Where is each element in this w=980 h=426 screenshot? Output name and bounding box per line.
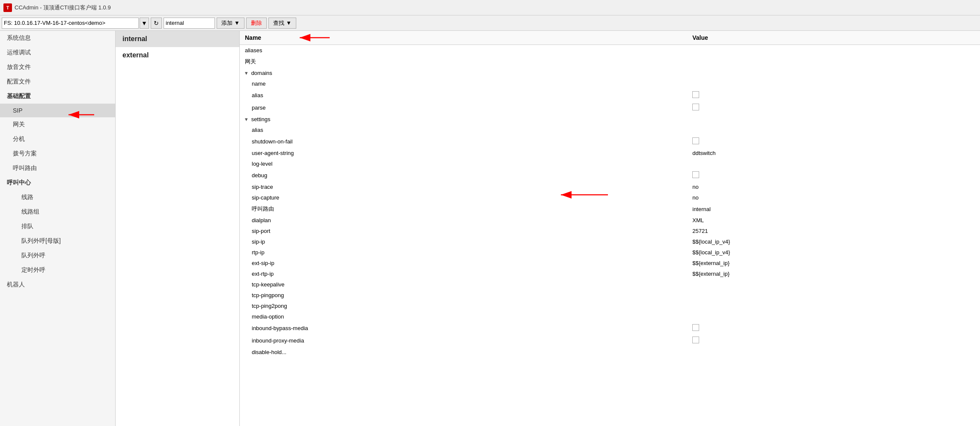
expand-arrow-6[interactable]: ▾ [245,116,250,122]
table-row[interactable]: shutdown-on-fail [240,135,980,148]
sidebar-item-8[interactable]: 拨号方案 [0,146,115,161]
sidebar-item-14[interactable]: 队列外呼[母版] [0,234,115,248]
table-row[interactable]: sip-traceno [240,182,980,192]
table-row[interactable]: tcp-ping2pong [240,301,980,311]
table-row[interactable]: media-option [240,311,980,322]
middle-item-label-1: external [122,51,149,59]
prop-name-12: sip-trace [240,182,687,192]
prop-value-26[interactable] [687,334,980,347]
table-row[interactable]: tcp-pingpong [240,290,980,301]
checkbox-4[interactable] [692,91,699,98]
sidebar-item-17[interactable]: 机器人 [0,277,115,292]
table-row[interactable]: user-agent-stringddtswitch [240,148,980,158]
sidebar-item-4[interactable]: 基础配置 [0,89,115,104]
table-row[interactable]: disable-hold... [240,347,980,357]
table-row[interactable]: aliases [240,45,980,56]
prop-name-24: media-option [240,311,687,322]
table-row[interactable]: sip-ip$${local_ip_v4} [240,236,980,247]
sidebar-item-7[interactable]: 分机 [0,132,115,146]
prop-name-text-2: domains [251,70,272,76]
table-row[interactable]: ext-rtp-ip$${external_ip} [240,268,980,279]
sidebar-item-10[interactable]: 呼叫中心 [0,176,115,190]
sidebar-item-label-6: 网关 [13,121,25,128]
sidebar-item-15[interactable]: 队列外呼 [0,248,115,263]
middle-items-container: internalexternal [116,31,239,63]
prop-value-5[interactable] [687,101,980,114]
prop-value-27 [687,347,980,357]
middle-item-label-0: internal [122,35,147,42]
prop-value-16: 25721 [687,226,980,236]
prop-name-19: ext-sip-ip [240,258,687,268]
prop-value-4[interactable] [687,89,980,101]
sidebar-item-label-5: SIP [13,107,23,114]
sidebar-item-label-8: 拨号方案 [13,150,37,157]
sidebar-item-0[interactable]: 系统信息 [0,31,115,45]
table-row[interactable]: ext-sip-ip$${external_ip} [240,258,980,268]
refresh-btn[interactable]: ↻ [151,18,162,29]
prop-name-20: ext-rtp-ip [240,268,687,279]
sidebar-item-12[interactable]: 线路组 [0,205,115,219]
checkbox-25[interactable] [692,324,699,331]
table-row[interactable]: parse [240,101,980,114]
prop-value-21 [687,279,980,290]
prop-value-8[interactable] [687,135,980,148]
sidebar-item-label-4: 基础配置 [7,92,31,99]
search-input[interactable] [164,18,215,29]
prop-name-18: rtp-ip [240,247,687,258]
prop-value-14: internal [687,203,980,215]
properties-tbody: aliases网关▾ domainsnamealiasparse▾ settin… [240,45,980,358]
expand-arrow-2[interactable]: ▾ [245,70,250,76]
table-row[interactable]: ▾ domains [240,68,980,78]
table-row[interactable]: ▾ settings [240,114,980,125]
table-row[interactable]: inbound-bypass-media [240,322,980,334]
table-row[interactable]: debug [240,169,980,182]
prop-name-3: name [240,78,687,89]
prop-value-25[interactable] [687,322,980,334]
prop-name-23: tcp-ping2pong [240,301,687,311]
prop-value-6 [687,114,980,125]
sidebar-item-1[interactable]: 运维调试 [0,45,115,60]
prop-value-23 [687,301,980,311]
table-row[interactable]: sip-captureno [240,192,980,203]
prop-value-7 [687,125,980,135]
table-row[interactable]: alias [240,89,980,101]
prop-value-2 [687,68,980,78]
checkbox-11[interactable] [692,171,699,178]
checkbox-26[interactable] [692,337,699,343]
prop-value-10 [687,158,980,169]
sidebar-item-11[interactable]: 线路 [0,190,115,205]
table-row[interactable]: alias [240,125,980,135]
sidebar-item-5[interactable]: SIP [0,104,115,117]
sidebar-item-13[interactable]: 排队 [0,219,115,234]
table-row[interactable]: 呼叫路由internal [240,203,980,215]
checkbox-8[interactable] [692,137,699,144]
middle-item-1[interactable]: external [116,47,239,63]
table-row[interactable]: sip-port25721 [240,226,980,236]
sidebar-item-2[interactable]: 放音文件 [0,60,115,74]
table-row[interactable]: inbound-proxy-media [240,334,980,347]
sidebar-item-label-3: 配置文件 [7,78,31,85]
prop-value-20: $${external_ip} [687,268,980,279]
fs-dropdown-btn[interactable]: ▼ [140,18,149,29]
table-row[interactable]: log-level [240,158,980,169]
sidebar-item-label-9: 呼叫路由 [13,164,37,171]
col-value: Value [687,31,980,45]
sidebar-item-6[interactable]: 网关 [0,117,115,132]
properties-table: Name Value aliases网关▾ domainsnamealiaspa… [240,31,980,357]
sidebar-item-16[interactable]: 定时外呼 [0,263,115,277]
table-row[interactable]: name [240,78,980,89]
middle-item-0[interactable]: internal [116,31,239,47]
add-button[interactable]: 添加 ▼ [217,18,244,29]
checkbox-5[interactable] [692,104,699,110]
table-row[interactable]: dialplanXML [240,215,980,226]
table-row[interactable]: rtp-ip$${local_ip_v4} [240,247,980,258]
table-row[interactable]: tcp-keepalive [240,279,980,290]
sidebar-item-label-1: 运维调试 [7,49,31,56]
find-button[interactable]: 查找 ▼ [268,18,296,29]
sidebar-item-3[interactable]: 配置文件 [0,74,115,89]
table-row[interactable]: 网关 [240,56,980,68]
fs-input[interactable] [2,18,139,29]
prop-value-11[interactable] [687,169,980,182]
delete-button[interactable]: 删除 [246,18,267,29]
sidebar-item-9[interactable]: 呼叫路由 [0,161,115,176]
